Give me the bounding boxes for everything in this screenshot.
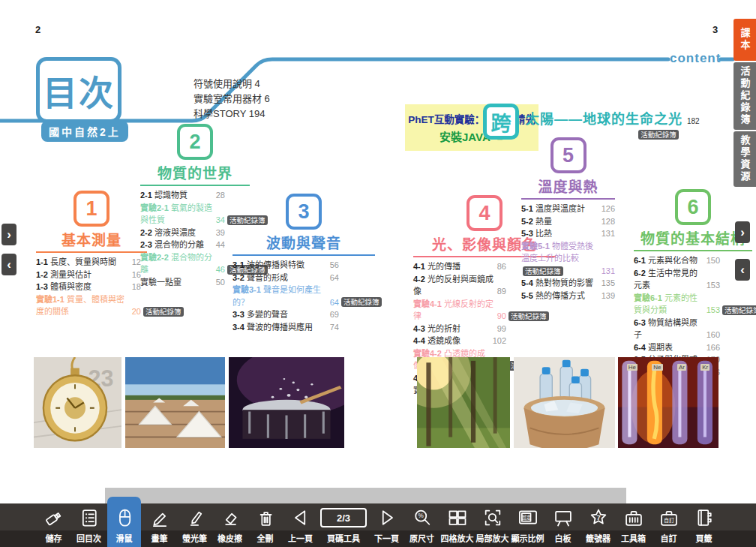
toc-item[interactable]: 6-3物質結構與原子160 [634,317,720,341]
page-tabs-icon [694,506,715,529]
tool-toc[interactable]: 回目次 [72,503,106,547]
chapter-number-badge: 5 [550,137,586,173]
delete-all-icon [255,506,276,529]
tool-partial-zoom[interactable]: 局部放大 [476,503,509,547]
toc-item-page: 86 [497,260,506,273]
toc-item[interactable]: 4-1光的傳播86 [413,260,506,273]
tool-page-tool[interactable]: 2/3頁碼工具 [319,503,368,547]
toc-item[interactable]: 1-3體積與密度18 [36,281,141,293]
tool-whiteboard[interactable]: 白板 [546,503,580,547]
toc-item[interactable]: 5-4熱對物質的影響135 [521,277,615,290]
toc-item[interactable]: 1-2測量與估計16 [36,269,141,281]
toc-item-label: 實驗2-2混合物的分離 [140,251,213,276]
toc-item-page: 64 [330,296,339,309]
toc-item[interactable]: 實驗一點靈50 [140,276,225,289]
toc-item-label: 4-4透鏡成像 [413,335,490,347]
tool-save[interactable]: 儲存 [37,503,70,547]
toc-item-label: 5-2熱量 [521,215,598,228]
tool-quad-zoom[interactable]: 四格放大 [440,503,474,547]
toc-item-label: 4-1光的傳播 [413,260,494,273]
toc-item-page: 89 [497,285,506,298]
tool-mouse[interactable]: 滑鼠 [107,497,141,547]
chapter-item-list: 3-1波的傳播與特徵563-2聲音的形成64實驗3-1聲音是如何產生的？64活動… [232,259,339,333]
activity-log-badge[interactable]: 活動紀錄簿 [638,130,679,140]
toc-item[interactable]: 4-3光的折射99 [413,323,506,335]
sidebar-tab-teaching-resources[interactable]: 教學資源 [734,131,756,187]
front-matter-item[interactable]: 科學STORY 194 [194,107,270,122]
activity-log-badge[interactable]: 活動紀錄簿 [341,297,382,307]
toc-item-page: 50 [216,276,225,289]
tool-page-tabs[interactable]: 頁籤 [687,503,721,547]
toc-item[interactable]: 3-2聲音的形成64 [232,272,339,284]
horizontal-scrollbar[interactable] [105,488,626,503]
toc-item-label: 3-4聲波的傳播與應用 [232,321,327,334]
toc-item[interactable]: 實驗2-2混合物的分離46活動紀錄簿 [140,251,225,276]
activity-log-badge[interactable]: 活動紀錄簿 [523,266,563,276]
toc-item[interactable]: 3-3多變的聲音69 [232,308,339,321]
toc-item[interactable]: 實驗3-1聲音是如何產生的？64活動紀錄簿 [232,284,339,308]
front-matter-item[interactable]: 符號使用說明 4 [194,77,270,92]
page-back-button-right[interactable]: ‹ [735,259,750,281]
tool-display-scale[interactable]: 固定顯示比例 [511,503,544,547]
toc-item[interactable]: 2-2溶液與濃度39 [140,227,225,239]
front-matter-item[interactable]: 實驗室常用器材 6 [194,92,270,107]
toc-item[interactable]: 4-4透鏡成像102 [413,335,506,347]
tool-custom[interactable]: 自訂自訂 [652,503,686,547]
pocket-watch-photo: 23 [34,357,122,448]
toc-item[interactable]: 6-1元素與化合物150 [634,254,720,267]
sidebar-tab-activity-log[interactable]: 活動紀錄簿 [734,62,756,130]
page-forward-button-right[interactable]: › [735,221,750,243]
toc-item[interactable]: 6-2生活中常見的元素153 [634,267,720,292]
page-tool-icon: 2/3 [320,506,367,529]
toc-item[interactable]: 實驗2-1氧氣的製造與性質34活動紀錄簿 [140,202,225,227]
toc-item[interactable]: 實驗5-1物體受熱後溫度上升的比較活動紀錄簿131 [521,240,615,278]
toc-item-label: 1-3體積與密度 [36,281,129,293]
toc-item[interactable]: 6-4週期表166 [634,341,720,354]
tool-number-picker[interactable]: 7籤號器 [581,503,615,547]
cross-topic-title[interactable]: 太陽——地球的生命之光 [526,108,682,128]
tool-pen[interactable]: 畫筆 [142,503,176,547]
tool-label: 橡皮擦 [218,532,242,544]
page-number-right: 3 [712,24,718,35]
toc-item[interactable]: 2-1認識物質28 [140,189,225,202]
chapter-title: 物質的世界 [140,162,250,186]
number-picker-icon: 7 [588,506,609,529]
sidebar-tab-textbook[interactable]: 課本 [734,19,756,61]
toc-item[interactable]: 5-2熱量128 [521,215,615,228]
page-forward-button-left[interactable]: › [2,224,16,245]
toc-item[interactable]: 5-3比熱131 [521,227,615,240]
tool-next-page[interactable]: 下一頁 [370,503,404,547]
toc-item-label: 5-5熱的傳播方式 [521,290,598,302]
toc-item[interactable]: 3-4聲波的傳播與應用74 [232,321,339,334]
tool-label: 上一頁 [288,532,313,544]
toc-item-page: 44 [216,239,225,251]
toc-item[interactable]: 5-1溫度與溫度計126 [521,203,615,215]
tool-toolbox[interactable]: 工具箱 [616,503,650,547]
toc-item-label: 4-3光的折射 [413,323,494,335]
chapter-item-list: 1-1長度、質量與時間121-2測量與估計161-3體積與密度18實驗1-1質量… [36,256,141,318]
tool-prev-page[interactable]: 上一頁 [284,503,317,547]
tool-eraser[interactable]: 橡皮擦 [213,503,247,547]
chapter-number-badge: 1 [74,191,110,227]
toc-item[interactable]: 1-1長度、質量與時間12 [36,256,141,269]
toc-item[interactable]: 5-5熱的傳播方式139 [521,290,615,302]
toc-item[interactable]: 實驗1-1質量、體積與密度的關係20活動紀錄簿 [36,293,141,318]
toc-item[interactable]: 實驗6-1元素的性質與分類153活動紀錄簿 [634,292,720,317]
page-indicator[interactable]: 2/3 [320,508,367,527]
tool-delete-all[interactable]: 全刪 [248,503,282,547]
tool-original-size[interactable]: %原尺寸 [405,503,439,547]
toc-item-label: 6-4週期表 [634,341,704,354]
tool-highlighter[interactable]: 螢光筆 [178,503,212,547]
activity-log-badge[interactable]: 活動紀錄簿 [508,311,549,321]
activity-log-badge[interactable]: 活動紀錄簿 [722,305,756,315]
page-back-button-left[interactable]: ‹ [2,254,16,275]
toc-item[interactable]: 3-1波的傳播與特徵56 [232,259,339,272]
toc-item-page: 166 [706,341,720,354]
toc-item[interactable]: 4-2光的反射與面鏡成像89 [413,273,506,298]
toc-item[interactable]: 實驗4-1光線反射的定律90活動紀錄簿 [413,298,506,323]
toc-item-page: 126 [602,203,615,215]
ebook-reader: 2 3 content 目次 國中自然2上 符號使用說明 4實驗室常用器材 6科… [0,0,756,547]
toc-item[interactable]: 2-3混合物的分離44 [140,239,225,251]
cross-topic-entry[interactable]: 跨 太陽——地球的生命之光 182 活動紀錄簿 [483,104,700,140]
activity-log-badge[interactable]: 活動紀錄簿 [143,307,184,317]
